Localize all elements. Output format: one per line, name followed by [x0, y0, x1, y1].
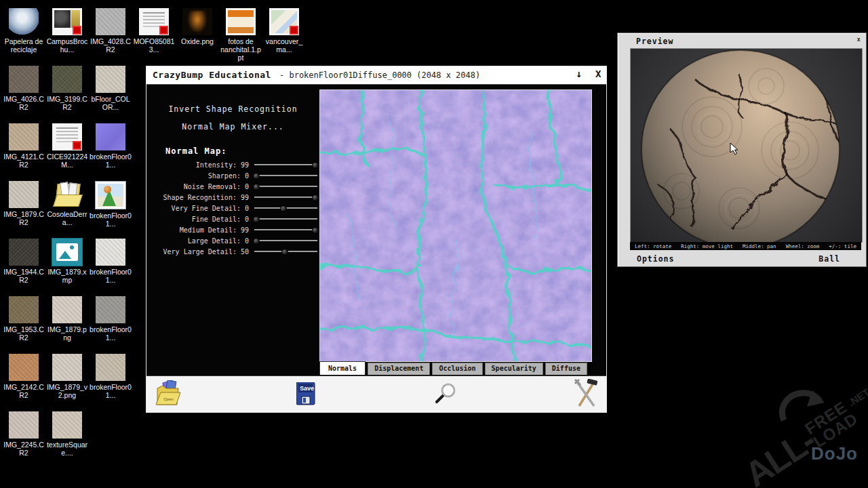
ball-mode-button[interactable]: Ball	[818, 254, 840, 264]
desktop-icon[interactable]: MOFO850813...	[133, 8, 175, 54]
normal-map-viewport[interactable]	[319, 89, 592, 362]
slider-track[interactable]	[254, 205, 317, 211]
tab-displacement[interactable]: Displacement	[368, 363, 430, 375]
slider-label: Medium Detail: 99	[151, 226, 249, 234]
desktop-icon-label: IMG_4028.CR2	[90, 37, 132, 54]
slider-handle[interactable]	[312, 162, 319, 169]
slider-handle[interactable]	[253, 216, 260, 223]
slider-track[interactable]	[254, 172, 317, 179]
slider-track[interactable]	[254, 161, 317, 168]
desktop-icon[interactable]: CampusBrochu...	[46, 8, 88, 54]
desktop-icon[interactable]: brokenFloor01...	[90, 181, 132, 228]
slider-handle[interactable]	[253, 173, 260, 180]
desktop-icon-label: IMG_1944.CR2	[3, 268, 45, 284]
mouse-cursor	[730, 142, 739, 156]
desktop-icon[interactable]: IMG_2142.CR2	[3, 354, 45, 399]
desktop-icon[interactable]: IMG_1944.CR2	[3, 239, 45, 284]
desktop-icon-label: IMG_4121.CR2	[3, 152, 45, 169]
desktop-icon[interactable]: fotos de nanchital.1.ppt	[220, 8, 262, 62]
desktop-icon[interactable]: Papelera de reciclaje	[3, 8, 45, 54]
desktop-icon-label: textureSquare....	[46, 441, 88, 457]
desktop-icon[interactable]: IMG_1879.CR2	[3, 181, 45, 226]
desktop-icon[interactable]: CosoleaDerra...	[46, 181, 88, 226]
tab-normals[interactable]: Normals	[319, 361, 366, 375]
save-label: Save	[300, 385, 314, 392]
options-button[interactable]: Options	[637, 254, 674, 264]
preview-3d-viewport[interactable]	[630, 48, 863, 243]
desktop-icon[interactable]: brokenFloor01...	[90, 239, 132, 284]
watermark-text: ALL- FREE LOAD .NET	[737, 380, 868, 488]
desktop-icon[interactable]: IMG_4121.CR2	[3, 123, 45, 169]
desktop-icon[interactable]: IMG_1953.CR2	[3, 296, 45, 342]
slider-handle[interactable]	[312, 195, 319, 201]
tab-diffuse[interactable]: Diffuse	[545, 363, 587, 375]
desktop-icon[interactable]: IMG_1879.png	[46, 296, 88, 342]
watermark-free: FREE	[803, 398, 852, 437]
viewport-help-bar: Left: rotateRight: move lightMiddle: pan…	[630, 242, 861, 250]
desktop-icon-label: Papelera de reciclaje	[3, 37, 45, 54]
title-bar[interactable]: CrazyBump Educational - brokenFloor01Dif…	[146, 66, 606, 85]
tools-icon[interactable]	[572, 379, 599, 411]
tex-thumbnail-icon	[96, 239, 125, 266]
desktop-icon[interactable]: Oxide.png	[176, 8, 218, 45]
desktop-icon[interactable]: brokenFloor01...	[90, 296, 132, 342]
help-item: Middle: pan	[743, 243, 776, 249]
slider-handle[interactable]	[253, 238, 260, 245]
tab-specularity[interactable]: Specularity	[485, 363, 543, 375]
circular-arrow-icon	[777, 389, 825, 424]
minimize-icon[interactable]: ↓	[576, 68, 582, 80]
xmp-thumbnail-icon	[52, 239, 82, 266]
tex-thumbnail-icon	[96, 8, 125, 35]
normal-map-texture	[320, 90, 591, 361]
desktop-icon[interactable]: IMG_4026.CR2	[3, 66, 45, 111]
slider-label: Noise Removal: 0	[151, 183, 249, 190]
tex-thumbnail-icon	[9, 239, 39, 266]
help-item: +/-: tile	[829, 243, 856, 249]
desktop-icon[interactable]: IMG_3199.CR2	[46, 66, 88, 111]
desktop-icon[interactable]: IMG_1879_v2.png	[46, 354, 88, 399]
watermark-load: LOAD	[811, 411, 861, 450]
slider-handle[interactable]	[253, 184, 260, 190]
normalmap-thumbnail-icon	[96, 123, 125, 150]
open-folder-icon[interactable]: Open	[155, 380, 181, 411]
desktop-icon-label: CosoleaDerra...	[46, 210, 88, 226]
tab-occlusion[interactable]: Occlusion	[432, 363, 482, 375]
desktop-icon[interactable]: brokenFloor01...	[90, 354, 132, 399]
preview-close-icon[interactable]: x	[857, 36, 861, 43]
invert-shape-recognition-button[interactable]: Invert Shape Recognition	[146, 104, 319, 114]
slider-track[interactable]	[254, 183, 317, 190]
tex-thumbnail-icon	[96, 354, 125, 381]
tex-thumbnail-icon	[9, 296, 39, 323]
svg-text:Open: Open	[163, 397, 174, 401]
close-icon[interactable]: X	[595, 68, 601, 79]
desktop-icon-label: brokenFloor01...	[90, 211, 132, 228]
slider-track[interactable]	[254, 248, 317, 255]
watermark-net: .NET	[846, 386, 868, 408]
slider-handle[interactable]	[281, 249, 288, 256]
help-item: Left: rotate	[635, 243, 671, 249]
desktop-icon-label: CampusBrochu...	[46, 37, 88, 54]
app-title: CrazyBump Educational	[153, 70, 271, 80]
slider-handle[interactable]	[280, 205, 287, 212]
slider-handle[interactable]	[312, 227, 319, 234]
desktop-icon[interactable]: brokenFloor01...	[90, 123, 132, 169]
desktop-icon[interactable]: IMG_2245.CR2	[3, 411, 45, 457]
slider-track[interactable]	[254, 216, 317, 222]
recycle-thumbnail-icon	[9, 8, 39, 35]
slider-track[interactable]	[254, 237, 317, 244]
slider-track[interactable]	[254, 194, 317, 201]
slider-row: Very Large Detail: 50	[151, 246, 317, 257]
desktop-icon[interactable]: CICE921224M...	[46, 123, 88, 169]
desktop-icon[interactable]: bFloor_COLOR...	[90, 66, 132, 111]
desktop-icon-label: vancouver_ma...	[263, 37, 305, 54]
preview-title-bar[interactable]: Preview x	[618, 33, 866, 48]
normal-map-mixer-button[interactable]: Normal Map Mixer...	[146, 122, 319, 131]
save-icon[interactable]: Save	[296, 382, 315, 408]
tex-thumbnail-icon	[9, 354, 39, 381]
desktop-icon[interactable]: textureSquare....	[46, 411, 88, 457]
desktop-icon[interactable]: vancouver_ma...	[263, 8, 305, 54]
magnifier-icon[interactable]	[435, 383, 458, 407]
desktop-icon[interactable]: IMG_4028.CR2	[90, 8, 132, 54]
slider-track[interactable]	[254, 226, 317, 233]
desktop-icon[interactable]: IMG_1879.xmp	[46, 239, 88, 284]
